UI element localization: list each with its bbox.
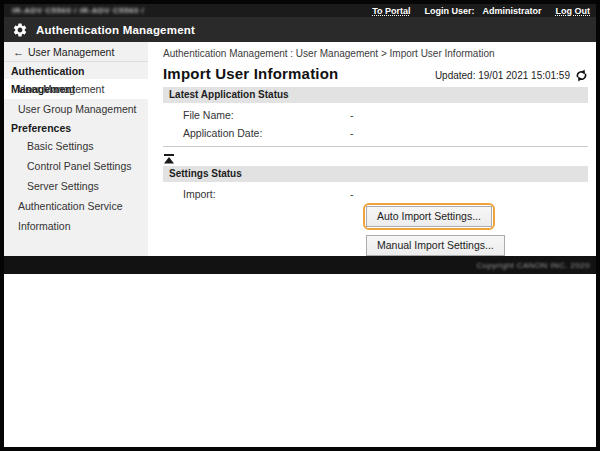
to-portal-link[interactable]: To Portal [372, 6, 410, 16]
sidebar-item-control-panel-settings[interactable]: Control Panel Settings [4, 156, 148, 176]
highlight-outline: Auto Import Settings... [363, 203, 495, 230]
import-value: - [350, 188, 354, 200]
auto-import-settings-button[interactable]: Auto Import Settings... [366, 206, 492, 227]
refresh-icon[interactable] [575, 69, 588, 82]
device-name-blurred: iR-ADV C5560 / iR-ADV C5560 / [12, 6, 144, 15]
top-bar: iR-ADV C5560 / iR-ADV C5560 / To Portal … [4, 4, 596, 17]
content-region: ←User Management Authentication Manageme… [4, 42, 596, 256]
login-user: Login User: Administrator [424, 6, 541, 16]
file-name-value: - [350, 109, 354, 121]
log-out-link[interactable]: Log Out [556, 6, 591, 16]
application-date-label: Application Date: [163, 127, 350, 139]
file-name-label: File Name: [163, 109, 350, 121]
sidebar-back-link-user-management[interactable]: ←User Management [4, 42, 148, 62]
sidebar-item-user-management[interactable]: User Management [4, 79, 148, 99]
footer-bar: Copyright CANON INC. 2020 [4, 256, 596, 274]
app-title: Authentication Management [36, 24, 195, 36]
sidebar: ←User Management Authentication Manageme… [4, 42, 148, 256]
file-name-row: File Name: - [163, 109, 588, 121]
sidebar-main-gap [148, 42, 163, 256]
application-date-row: Application Date: - [163, 127, 588, 139]
gear-icon [12, 22, 28, 38]
manual-import-settings-button[interactable]: Manual Import Settings... [366, 235, 505, 256]
back-arrow-icon: ← [13, 46, 24, 58]
remote-ui-window: iR-ADV C5560 / iR-ADV C5560 / To Portal … [0, 0, 600, 451]
bottom-blank-area [4, 274, 596, 450]
copyright-blurred: Copyright CANON INC. 2020 [476, 261, 590, 270]
sidebar-item-basic-settings[interactable]: Basic Settings [4, 136, 148, 156]
divider [163, 146, 588, 147]
section-header-settings-status: Settings Status [163, 166, 588, 182]
sidebar-item-user-group-management[interactable]: User Group Management [4, 99, 148, 119]
sidebar-item-server-settings[interactable]: Server Settings [4, 176, 148, 196]
page-title: Import User Information [163, 65, 338, 82]
import-row: Import: - [163, 188, 588, 200]
back-to-top-icon[interactable] [163, 154, 175, 164]
updated-timestamp: Updated: 19/01 2021 15:01:59 [435, 70, 570, 81]
main-panel: Authentication Management : User Managem… [163, 42, 596, 256]
sidebar-header-preferences: Preferences [4, 119, 148, 136]
sidebar-item-authentication-service-information[interactable]: Authentication Service Information [4, 196, 148, 216]
app-bar: Authentication Management [4, 17, 596, 42]
application-date-value: - [350, 127, 354, 139]
login-user-value: Administrator [482, 6, 541, 16]
sidebar-header-authentication-management: Authentication Management [4, 62, 148, 79]
login-user-label: Login User: [424, 6, 474, 16]
sidebar-back-label: User Management [28, 46, 114, 58]
breadcrumb: Authentication Management : User Managem… [163, 48, 588, 59]
section-header-latest-application-status: Latest Application Status [163, 87, 588, 103]
import-label: Import: [163, 188, 350, 200]
